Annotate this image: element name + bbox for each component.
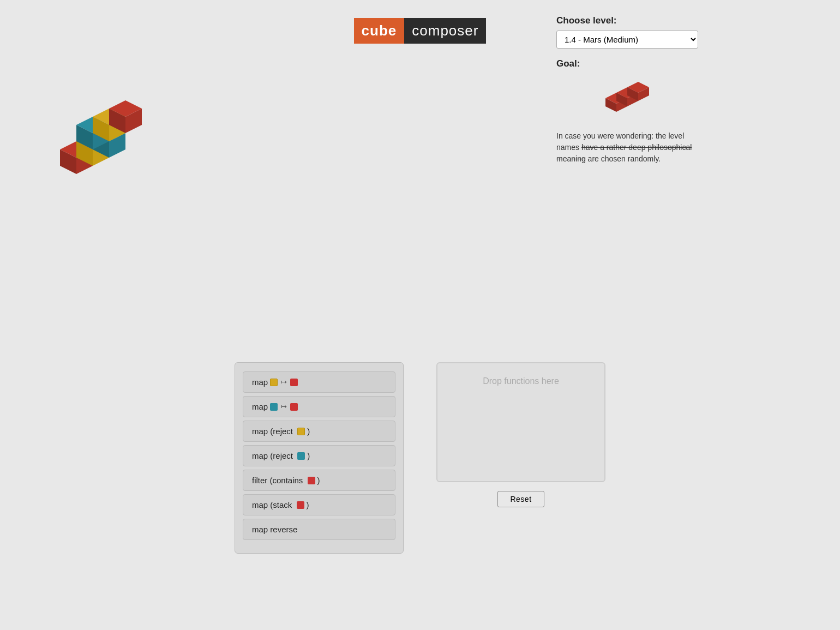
dot-red-3 [308, 477, 315, 484]
drop-zone-wrapper: Drop functions here Reset [436, 362, 605, 507]
function-map-reverse[interactable]: map reverse [243, 519, 395, 540]
dot-yellow-2 [297, 428, 305, 435]
level-select[interactable]: 1.1 - Mercury (Easy) 1.2 - Venus (Easy) … [556, 31, 698, 49]
header: cube composer [0, 0, 840, 46]
function-map-reject-teal[interactable]: map (reject ) [243, 445, 395, 466]
dot-red-2 [290, 403, 298, 411]
main-cubes-svg [49, 89, 169, 199]
dot-yellow-1 [270, 379, 278, 386]
dot-teal-1 [270, 403, 278, 411]
reset-button[interactable]: Reset [497, 491, 544, 507]
cube-display [49, 89, 169, 201]
logo-cube-text: cube [354, 18, 405, 44]
function-map-reject-yellow[interactable]: map (reject ) [243, 421, 395, 442]
drop-zone-placeholder: Drop functions here [483, 376, 559, 386]
choose-level-label: Choose level: [556, 15, 698, 26]
function-filter-contains-red[interactable]: filter (contains ) [243, 470, 395, 491]
function-map-yellow-red[interactable]: map ↦ [243, 371, 395, 393]
logo-composer-text: composer [404, 18, 486, 44]
drop-zone[interactable]: Drop functions here [436, 362, 605, 482]
functions-panel: map ↦ map ↦ map (reject ) map (reject ) … [235, 362, 404, 554]
function-map-stack-red[interactable]: map (stack ) [243, 494, 395, 515]
logo: cube composer [354, 15, 487, 46]
main-canvas-area [0, 57, 840, 329]
dot-red-4 [297, 501, 304, 509]
function-map-teal-red[interactable]: map ↦ [243, 396, 395, 417]
dot-teal-2 [297, 452, 305, 460]
bottom-panels: map ↦ map ↦ map (reject ) map (reject ) … [0, 351, 840, 565]
dot-red-1 [290, 379, 298, 386]
